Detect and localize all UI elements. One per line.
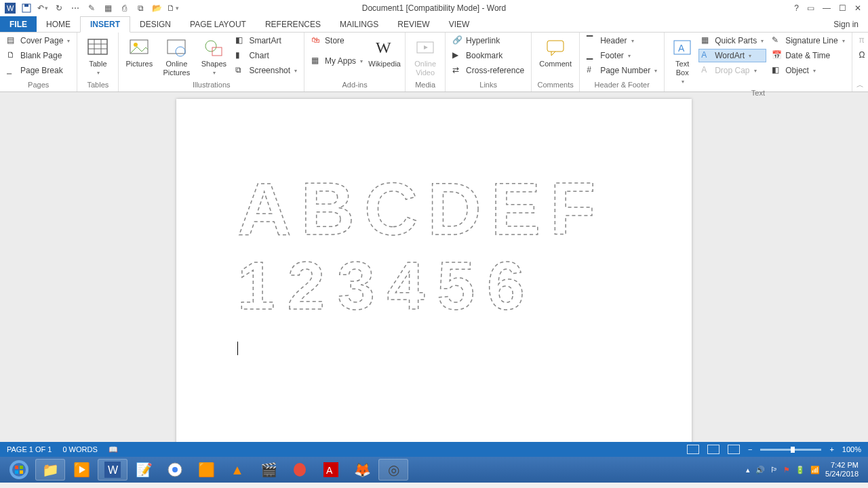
quickparts-label: Quick Parts [715, 36, 757, 45]
document-page[interactable]: ABCDEF 123456 [176, 99, 692, 442]
group-links-label: Links [450, 81, 527, 92]
quickparts-icon: ▦ [701, 35, 712, 46]
qat-open-icon[interactable]: 📂 [151, 2, 163, 14]
save-icon[interactable] [20, 2, 33, 14]
pictures-button[interactable]: Pictures [123, 34, 155, 71]
taskbar-word[interactable]: W [98, 459, 127, 481]
taskbar-vlc[interactable]: ▲ [222, 459, 252, 481]
qat-print-icon[interactable]: ⎙ [118, 2, 130, 14]
tray-battery-icon[interactable]: 🔋 [795, 466, 805, 474]
tab-file[interactable]: FILE [0, 16, 37, 32]
signature-button[interactable]: ✎Signature Line▾ [769, 34, 847, 47]
tab-pagelayout[interactable]: PAGE LAYOUT [180, 16, 256, 32]
tray-show-hidden-icon[interactable]: ▴ [746, 466, 750, 474]
crossref-button[interactable]: ⇄Cross-reference [450, 64, 527, 77]
doc-line1: ABCDEF [237, 167, 605, 250]
group-pages-label: Pages [4, 81, 73, 92]
tab-review[interactable]: REVIEW [388, 16, 439, 32]
taskbar-opera[interactable] [285, 459, 315, 481]
online-pictures-button[interactable]: Online Pictures [158, 34, 195, 80]
shapes-button[interactable]: Shapes▾ [197, 34, 230, 80]
blank-page-label: Blank Page [20, 51, 62, 60]
taskbar-wmp[interactable]: ▶️ [66, 459, 96, 481]
taskbar-videoeditor[interactable]: 🎬 [254, 459, 283, 481]
taskbar-camera[interactable]: ◎ [378, 459, 408, 481]
redo-icon[interactable]: ↻ [53, 2, 65, 14]
taskbar-ucbrowser[interactable]: 🟧 [191, 459, 221, 481]
tab-mailings[interactable]: MAILINGS [330, 16, 388, 32]
symbol-button[interactable]: ΩSymbol▾ [856, 49, 868, 62]
web-layout-icon[interactable] [728, 445, 740, 454]
tab-view[interactable]: VIEW [439, 16, 479, 32]
textbox-button[interactable]: AText Box▾ [669, 34, 696, 89]
tab-references[interactable]: REFERENCES [256, 16, 330, 32]
qat-copy-icon[interactable]: ⧉ [134, 2, 146, 14]
store-button[interactable]: 🛍Store [309, 34, 366, 47]
table-button[interactable]: Table▾ [81, 34, 114, 80]
screenshot-button[interactable]: ⧉Screenshot▾ [233, 64, 300, 77]
group-tables-label: Tables [81, 81, 114, 92]
quickparts-button[interactable]: ▦Quick Parts▾ [698, 34, 766, 47]
qat-new-icon[interactable]: 🗋▾ [167, 2, 179, 14]
help-icon[interactable]: ? [794, 3, 799, 13]
footer-button[interactable]: ▁Footer▾ [584, 49, 660, 62]
chart-button[interactable]: ▮Chart [233, 49, 300, 62]
wordart-button[interactable]: AWordArt▾ [698, 49, 766, 62]
tray-volume-icon[interactable]: 🔊 [755, 466, 765, 474]
maximize-icon[interactable]: ☐ [839, 3, 846, 13]
read-mode-icon[interactable] [687, 445, 699, 454]
taskbar-notepadpp[interactable]: 📝 [129, 459, 159, 481]
tray-network-icon[interactable]: 📶 [810, 466, 820, 474]
hyperlink-button[interactable]: 🔗Hyperlink [450, 34, 527, 47]
qat-table-icon[interactable]: ▦ [102, 2, 114, 14]
document-title: Document1 [Compatibility Mode] - Word [362, 3, 507, 13]
start-button[interactable] [4, 459, 34, 481]
comment-button[interactable]: Comment [536, 34, 575, 71]
page-count[interactable]: PAGE 1 OF 1 [7, 445, 52, 453]
minimize-icon[interactable]: — [823, 3, 831, 13]
zoom-slider[interactable] [760, 449, 821, 451]
close-icon[interactable]: ✕ [854, 3, 861, 13]
taskbar-firefox[interactable]: 🦊 [347, 459, 377, 481]
proofing-icon[interactable]: 📖 [108, 445, 118, 454]
tray-action-icon[interactable]: 🏳 [770, 466, 778, 474]
tab-design[interactable]: DESIGN [130, 16, 180, 32]
print-layout-icon[interactable] [707, 445, 719, 454]
blank-page-button[interactable]: 🗋Blank Page [4, 49, 73, 62]
zoom-level[interactable]: 100% [842, 445, 861, 453]
sign-in-link[interactable]: Sign in [824, 16, 868, 32]
pagenum-button[interactable]: #Page Number▾ [584, 64, 660, 77]
undo-icon[interactable]: ↶▾ [37, 2, 49, 14]
object-button[interactable]: ◧Object▾ [769, 64, 847, 77]
svg-text:W: W [108, 464, 119, 476]
cover-page-button[interactable]: ▤Cover Page▾ [4, 34, 73, 47]
word-icon[interactable]: W [4, 2, 16, 14]
object-icon: ◧ [772, 65, 783, 76]
tab-home[interactable]: HOME [37, 16, 80, 32]
tray-clock[interactable]: 7:42 PM 5/24/2018 [825, 461, 859, 479]
group-media-label: Media [410, 81, 441, 92]
taskbar-explorer[interactable]: 📁 [35, 459, 65, 481]
taskbar-chrome[interactable] [160, 459, 190, 481]
myapps-button[interactable]: ▦My Apps▾ [309, 54, 366, 68]
tab-insert[interactable]: INSERT [80, 16, 130, 33]
qat-tool-icon[interactable]: ✎ [85, 2, 98, 14]
zoom-in-icon[interactable]: + [829, 445, 833, 453]
ribbon-options-icon[interactable]: ▭ [807, 3, 814, 13]
cover-page-label: Cover Page [20, 36, 63, 45]
document-workspace[interactable]: ABCDEF 123456 [0, 92, 868, 442]
header-button[interactable]: ▔Header▾ [584, 34, 660, 47]
page-break-button[interactable]: ⎯Page Break [4, 64, 73, 77]
taskbar-acrobat[interactable]: A [316, 459, 346, 481]
pagenum-icon: # [587, 65, 597, 76]
qat-more-icon[interactable]: ⋯ [69, 2, 81, 14]
taskbar: 📁 ▶️ W 📝 🟧 ▲ 🎬 A 🦊 ◎ ▴ 🔊 🏳 ⚑ 🔋 📶 7:42 PM… [0, 457, 868, 483]
smartart-button[interactable]: ◧SmartArt [233, 34, 300, 47]
wikipedia-button[interactable]: WWikipedia [368, 34, 401, 71]
bookmark-button[interactable]: ▶Bookmark [450, 49, 527, 62]
collapse-ribbon-icon[interactable]: ︿ [856, 80, 864, 90]
datetime-button[interactable]: 📅Date & Time [769, 49, 847, 62]
zoom-out-icon[interactable]: − [748, 445, 752, 453]
word-count[interactable]: 0 WORDS [62, 445, 97, 453]
tray-security-icon[interactable]: ⚑ [783, 466, 790, 474]
